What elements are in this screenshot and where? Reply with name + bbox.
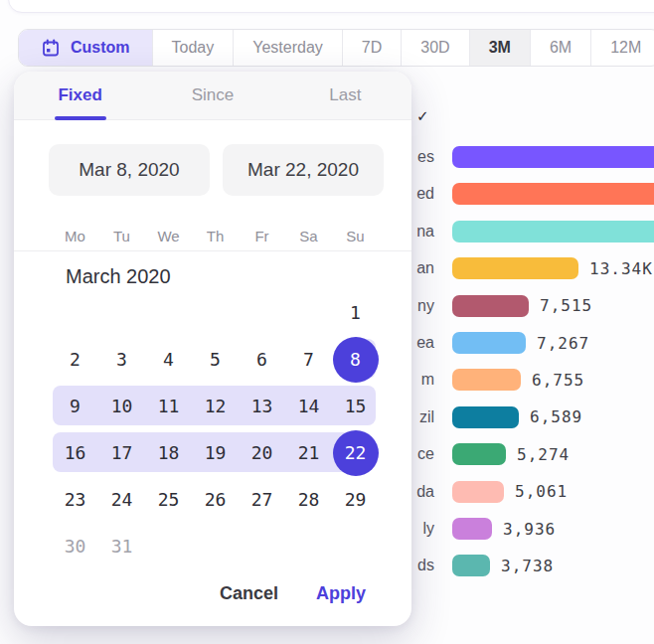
calendar-day-9[interactable]: 9 — [52, 383, 98, 429]
calendar-day-24[interactable]: 24 — [98, 476, 145, 523]
calendar-day-1[interactable]: 1 — [332, 289, 379, 336]
range-button-custom[interactable]: Custom — [19, 30, 153, 66]
calendar-day-28[interactable]: 28 — [285, 476, 332, 523]
calendar-grid: 1234567891011121314151617181920212223242… — [52, 289, 379, 569]
range-button-30d[interactable]: 30D — [402, 30, 469, 66]
range-button-yesterday[interactable]: Yesterday — [234, 30, 343, 66]
modal-footer: Cancel Apply — [220, 583, 366, 604]
chart-value-label: 3,738 — [501, 557, 554, 575]
range-button-7d[interactable]: 7D — [343, 30, 402, 66]
calendar-day-30[interactable]: 30 — [52, 523, 98, 569]
calendar-day-8[interactable]: 8 — [333, 337, 379, 383]
range-button-label: 3M — [489, 39, 511, 57]
chart-value-label: 7,267 — [537, 334, 589, 353]
chart-value-label: 5,061 — [515, 482, 568, 501]
end-date-input[interactable]: Mar 22, 2020 — [223, 144, 384, 196]
date-picker-tabs: Fixed Since Last — [14, 72, 411, 120]
calendar-day-10[interactable]: 10 — [98, 383, 145, 429]
chart-value-label: 5,274 — [517, 445, 570, 464]
check-icon: ✓ — [416, 107, 429, 125]
chart-bar[interactable] — [452, 257, 578, 279]
weekday-th: Th — [192, 228, 239, 244]
range-button-label: 30D — [420, 39, 449, 57]
range-button-label: Custom — [71, 39, 130, 57]
weekday-header: MoTuWeThFrSaSu — [52, 228, 379, 244]
weekday-fr: Fr — [239, 228, 285, 244]
chart-value-label: 7,515 — [540, 296, 592, 315]
calendar-day-4[interactable]: 4 — [145, 336, 192, 383]
range-button-label: Yesterday — [252, 39, 323, 57]
calendar-icon — [41, 38, 61, 58]
range-button-label: Today — [172, 39, 215, 57]
calendar-day-17[interactable]: 17 — [98, 429, 145, 476]
chart-value-label: 13.34K — [589, 259, 653, 278]
weekday-su: Su — [332, 228, 379, 244]
calendar-day-14[interactable]: 14 — [285, 383, 332, 429]
chart-bar[interactable] — [452, 443, 506, 465]
calendar-day-13[interactable]: 13 — [239, 383, 285, 429]
chart-bar[interactable] — [452, 481, 504, 503]
apply-button[interactable]: Apply — [316, 583, 366, 604]
calendar-day-22[interactable]: 22 — [333, 430, 379, 476]
range-button-3m[interactable]: 3M — [470, 30, 531, 66]
chart-bar[interactable] — [452, 332, 526, 354]
calendar-week-row: 3031 — [52, 523, 379, 569]
calendar-day-12[interactable]: 12 — [192, 383, 239, 429]
calendar-day-16[interactable]: 16 — [52, 429, 98, 476]
range-button-label: 12M — [610, 39, 641, 57]
weekday-mo: Mo — [52, 228, 98, 244]
weekday-we: We — [145, 228, 192, 244]
date-range-toolbar: CustomTodayYesterday7D30D3M6M12M — [18, 29, 654, 67]
calendar-day-25[interactable]: 25 — [145, 476, 192, 523]
calendar-day-29[interactable]: 29 — [332, 476, 379, 523]
weekday-tu: Tu — [98, 228, 145, 244]
calendar-day-7[interactable]: 7 — [285, 336, 332, 383]
chart-bar[interactable] — [452, 369, 521, 391]
calendar-week-row: 23242526272829 — [52, 476, 379, 523]
chart-bar[interactable] — [452, 146, 654, 168]
chart-value-label: 6,755 — [532, 371, 584, 390]
calendar-day-5[interactable]: 5 — [192, 336, 239, 383]
range-button-label: 7D — [362, 39, 382, 57]
tab-fixed[interactable]: Fixed — [14, 72, 146, 119]
weekday-sa: Sa — [285, 228, 332, 244]
calendar-day-3[interactable]: 3 — [98, 336, 145, 383]
chart-bar[interactable] — [452, 295, 529, 317]
start-date-input[interactable]: Mar 8, 2020 — [49, 144, 210, 196]
chart-bar[interactable] — [452, 183, 654, 205]
calendar-day-11[interactable]: 11 — [145, 383, 192, 429]
calendar-day-15[interactable]: 15 — [332, 383, 379, 429]
calendar-day-23[interactable]: 23 — [52, 476, 98, 523]
calendar-day-2[interactable]: 2 — [52, 336, 98, 383]
tab-last[interactable]: Last — [279, 72, 411, 119]
chart-value-label: 6,589 — [530, 407, 582, 426]
calendar-week-row: 16171819202122 — [52, 429, 379, 476]
calendar-day-21[interactable]: 21 — [285, 429, 332, 476]
calendar-day-18[interactable]: 18 — [145, 429, 192, 476]
chart-bar[interactable] — [452, 555, 490, 576]
calendar-day-26[interactable]: 26 — [192, 476, 239, 523]
tab-since[interactable]: Since — [146, 72, 278, 119]
date-picker-modal: Fixed Since Last Mar 8, 2020 Mar 22, 202… — [14, 72, 411, 626]
chart-value-label: 3,936 — [503, 520, 556, 539]
chart-bar[interactable] — [452, 221, 654, 242]
chart-bar[interactable] — [452, 518, 492, 540]
cancel-button[interactable]: Cancel — [220, 583, 278, 604]
date-inputs: Mar 8, 2020 Mar 22, 2020 — [49, 144, 384, 196]
calendar-day-20[interactable]: 20 — [239, 429, 285, 476]
month-label: March 2020 — [66, 265, 171, 288]
calendar-day-6[interactable]: 6 — [239, 336, 285, 383]
divider — [14, 250, 411, 251]
range-button-6m[interactable]: 6M — [531, 30, 591, 66]
calendar-week-row: 1 — [52, 289, 379, 336]
calendar-day-31[interactable]: 31 — [98, 523, 145, 569]
chart-bar[interactable] — [452, 406, 519, 428]
range-button-12m[interactable]: 12M — [591, 30, 654, 66]
calendar-day-27[interactable]: 27 — [239, 476, 285, 523]
calendar-week-row: 2345678 — [52, 336, 379, 383]
range-button-today[interactable]: Today — [153, 30, 235, 66]
calendar-week-row: 9101112131415 — [52, 383, 379, 429]
range-button-label: 6M — [550, 39, 572, 57]
calendar-day-19[interactable]: 19 — [192, 429, 239, 476]
